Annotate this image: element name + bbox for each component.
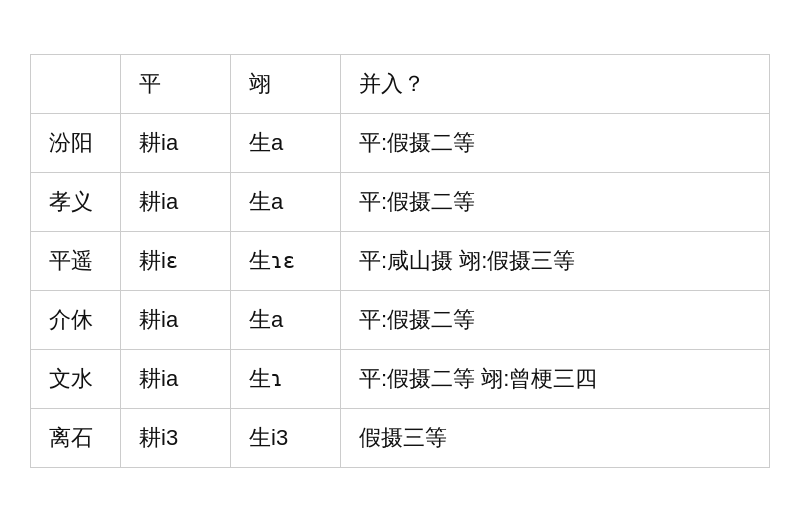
cell-yu: 生a xyxy=(231,114,341,173)
cell-bingru: 平:咸山摄 翊:假摄三等 xyxy=(341,232,770,291)
cell-yu: 生a xyxy=(231,173,341,232)
header-yu: 翊 xyxy=(231,55,341,114)
cell-yu: 生ɿɛ xyxy=(231,232,341,291)
cell-place: 孝义 xyxy=(31,173,121,232)
cell-bingru: 平:假摄二等 xyxy=(341,173,770,232)
cell-place: 离石 xyxy=(31,409,121,468)
cell-ping: 耕ia xyxy=(121,291,231,350)
cell-ping: 耕iɛ xyxy=(121,232,231,291)
cell-yu: 生i3 xyxy=(231,409,341,468)
cell-ping: 耕i3 xyxy=(121,409,231,468)
table-row: 文水耕ia生ɿ平:假摄二等 翊:曾梗三四 xyxy=(31,350,770,409)
main-table-container: 平 翊 并入？ 汾阳耕ia生a平:假摄二等孝义耕ia生a平:假摄二等平遥耕iɛ生… xyxy=(30,54,770,468)
cell-bingru: 平:假摄二等 翊:曾梗三四 xyxy=(341,350,770,409)
cell-place: 介休 xyxy=(31,291,121,350)
table-row: 汾阳耕ia生a平:假摄二等 xyxy=(31,114,770,173)
data-table: 平 翊 并入？ 汾阳耕ia生a平:假摄二等孝义耕ia生a平:假摄二等平遥耕iɛ生… xyxy=(30,54,770,468)
table-row: 离石耕i3生i3假摄三等 xyxy=(31,409,770,468)
header-row: 平 翊 并入？ xyxy=(31,55,770,114)
cell-ping: 耕ia xyxy=(121,114,231,173)
cell-bingru: 平:假摄二等 xyxy=(341,114,770,173)
cell-place: 文水 xyxy=(31,350,121,409)
cell-place: 平遥 xyxy=(31,232,121,291)
cell-ping: 耕ia xyxy=(121,350,231,409)
cell-yu: 生ɿ xyxy=(231,350,341,409)
cell-bingru: 平:假摄二等 xyxy=(341,291,770,350)
header-ping: 平 xyxy=(121,55,231,114)
cell-yu: 生a xyxy=(231,291,341,350)
table-row: 平遥耕iɛ生ɿɛ平:咸山摄 翊:假摄三等 xyxy=(31,232,770,291)
cell-ping: 耕ia xyxy=(121,173,231,232)
header-place xyxy=(31,55,121,114)
cell-bingru: 假摄三等 xyxy=(341,409,770,468)
table-row: 孝义耕ia生a平:假摄二等 xyxy=(31,173,770,232)
cell-place: 汾阳 xyxy=(31,114,121,173)
table-row: 介休耕ia生a平:假摄二等 xyxy=(31,291,770,350)
header-bingru: 并入？ xyxy=(341,55,770,114)
